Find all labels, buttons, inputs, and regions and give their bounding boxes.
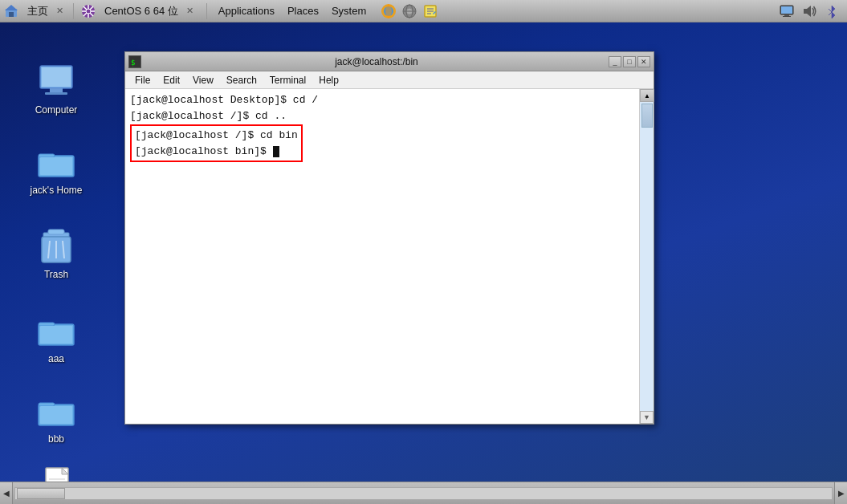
- svg-rect-25: [50, 88, 63, 92]
- computer-icon-img: [37, 63, 75, 101]
- svg-rect-38: [40, 326, 72, 343]
- scroll-down-button[interactable]: ▼: [640, 411, 654, 424]
- taskbar-left: 主页 ✕ CentOS 6 64 位 ✕ Applications Places…: [0, 2, 438, 20]
- svg-rect-24: [42, 67, 71, 87]
- bbb-icon-label: bbb: [48, 433, 64, 445]
- svg-rect-28: [39, 154, 55, 157]
- trash-icon-img: [37, 227, 75, 266]
- aaa-icon-label: aaa: [48, 353, 64, 364]
- edit-icon[interactable]: [422, 3, 438, 19]
- terminal-line-3: [jack@localhost /]$ cd bin: [135, 128, 298, 144]
- minimize-button[interactable]: _: [609, 56, 621, 67]
- firefox-icon[interactable]: [381, 3, 397, 19]
- desktop-icon-home[interactable]: jack's Home: [24, 140, 88, 199]
- network-icon[interactable]: [401, 3, 417, 19]
- divider: [73, 3, 74, 19]
- home-icon: [3, 3, 19, 19]
- terminal-cursor: [273, 146, 279, 157]
- computer-icon-label: Computer: [35, 104, 78, 116]
- scroll-thumb[interactable]: [641, 104, 653, 128]
- desktop-icon-aaa[interactable]: aaa: [24, 308, 88, 368]
- svg-rect-40: [39, 403, 55, 406]
- tab-centos-close[interactable]: ✕: [186, 6, 193, 16]
- menu-applications[interactable]: Applications: [214, 3, 279, 18]
- terminal-scrollbar[interactable]: ▲ ▼: [639, 89, 654, 424]
- close-button[interactable]: ✕: [637, 56, 650, 67]
- svg-marker-1: [5, 5, 18, 10]
- home-icon-label: jack's Home: [31, 185, 83, 196]
- system-tray: [778, 2, 847, 20]
- svg-rect-31: [48, 230, 64, 234]
- terminal-line-2: [jack@localhost /]$ cd ..: [130, 108, 634, 124]
- svg-rect-20: [784, 14, 789, 16]
- svg-marker-22: [804, 6, 811, 17]
- maximize-button[interactable]: □: [623, 56, 636, 67]
- taskbar-bottom: ◀ ▶: [0, 482, 847, 504]
- desktop: Computer jack's Home Trash: [0, 43, 847, 482]
- tab-home[interactable]: 主页: [22, 2, 53, 20]
- terminal-controls: _ □ ✕: [609, 56, 650, 67]
- aaa-folder-icon-img: [37, 311, 75, 350]
- file-icon-img: [39, 466, 78, 482]
- terminal-menu-file[interactable]: File: [128, 73, 157, 87]
- svg-rect-29: [40, 157, 72, 175]
- highlight-box: [jack@localhost /]$ cd bin [jack@localho…: [130, 124, 303, 162]
- svg-rect-26: [45, 92, 67, 95]
- tab-home-close[interactable]: ✕: [56, 6, 63, 16]
- svg-rect-37: [39, 323, 55, 326]
- bbb-folder-icon-img: [37, 392, 75, 430]
- terminal-titlebar: $ jack@localhost:/bin _ □ ✕: [125, 52, 654, 71]
- terminal-line-1: [jack@localhost Desktop]$ cd /: [130, 92, 634, 108]
- scroll-right-button[interactable]: ▶: [834, 482, 847, 505]
- menu-places[interactable]: Places: [283, 3, 324, 18]
- svg-rect-2: [9, 12, 14, 17]
- scroll-track[interactable]: [640, 102, 654, 411]
- scroll-left-button[interactable]: ◀: [0, 482, 13, 505]
- svg-rect-19: [781, 6, 792, 14]
- home-folder-icon-img: [37, 143, 75, 181]
- terminal-menu: File Edit View Search Terminal Help: [125, 71, 654, 89]
- svg-text:$: $: [131, 59, 135, 67]
- terminal-body: [jack@localhost Desktop]$ cd / [jack@loc…: [125, 89, 654, 424]
- monitor-tray-icon[interactable]: [778, 2, 796, 20]
- terminal-menu-edit[interactable]: Edit: [157, 73, 186, 87]
- bluetooth-icon[interactable]: [823, 2, 841, 20]
- scroll-up-button[interactable]: ▲: [640, 89, 654, 102]
- terminal-menu-help[interactable]: Help: [312, 73, 345, 87]
- terminal-menu-search[interactable]: Search: [220, 73, 263, 87]
- trash-icon-label: Trash: [44, 269, 68, 280]
- bottom-scroll-track[interactable]: [14, 487, 833, 500]
- desktop-icon-computer[interactable]: Computer: [24, 59, 88, 119]
- terminal-menu-view[interactable]: View: [186, 73, 220, 87]
- terminal-highlighted-section: [jack@localhost /]$ cd bin [jack@localho…: [130, 124, 634, 162]
- taskbar-top: 主页 ✕ CentOS 6 64 位 ✕ Applications Places…: [0, 0, 847, 22]
- terminal-small-icon: $: [128, 55, 141, 68]
- terminal-line-4: [jack@localhost bin]$: [135, 144, 298, 160]
- terminal-window: $ jack@localhost:/bin _ □ ✕ File Edit Vi…: [124, 51, 654, 425]
- centos-icon: [80, 3, 96, 19]
- terminal-content[interactable]: [jack@localhost Desktop]$ cd / [jack@loc…: [125, 89, 639, 385]
- desktop-icon-file[interactable]: [26, 463, 91, 482]
- desktop-icon-trash[interactable]: Trash: [24, 224, 88, 283]
- svg-rect-21: [783, 16, 791, 17]
- desktop-icon-bbb[interactable]: bbb: [24, 388, 88, 448]
- svg-rect-41: [40, 406, 72, 424]
- divider2: [206, 3, 207, 19]
- svg-point-8: [86, 9, 91, 14]
- volume-icon[interactable]: [800, 2, 818, 20]
- tab-centos[interactable]: CentOS 6 64 位: [100, 2, 183, 20]
- terminal-menu-terminal[interactable]: Terminal: [263, 73, 312, 87]
- terminal-title-text: jack@localhost:/bin: [145, 56, 609, 67]
- bottom-scroll-thumb[interactable]: [17, 488, 65, 499]
- menu-system[interactable]: System: [327, 3, 371, 18]
